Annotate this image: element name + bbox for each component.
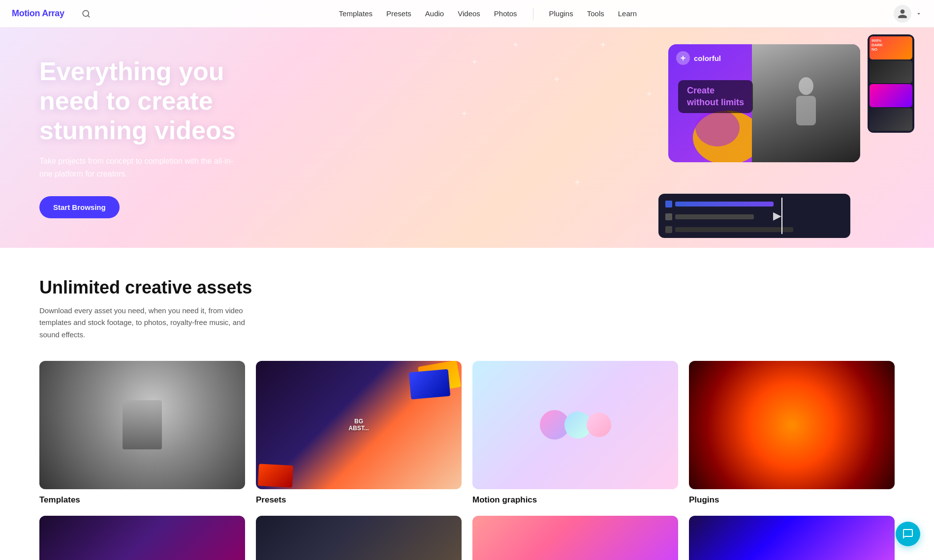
asset-card-label-motion-graphics: Motion graphics (472, 495, 678, 505)
nav-photos[interactable]: Photos (494, 9, 517, 18)
asset-card-img-b1 (39, 516, 245, 560)
chat-bubble-button[interactable] (896, 522, 920, 546)
section-title: Unlimited creative assets (39, 277, 895, 298)
asset-card-label-presets: Presets (256, 495, 462, 505)
search-icon[interactable] (78, 6, 94, 22)
hero-card-main: + colorful (668, 44, 860, 162)
panel-thumb-2 (870, 60, 912, 84)
brand-logo[interactable]: Motion Array (12, 8, 64, 19)
navbar: Motion Array Templates Presets Audio Vid… (0, 0, 934, 28)
asset-card-label-plugins: Plugins (689, 495, 895, 505)
asset-card-img-plugins (689, 361, 895, 489)
asset-card-b1[interactable] (39, 516, 245, 560)
asset-card-b2[interactable] (256, 516, 462, 560)
panel-thumb-1: 900%DARKNO (870, 36, 912, 59)
asset-grid: Templates BGABST... Presets (39, 361, 895, 505)
asset-card-img-presets: BGABST... (256, 361, 462, 489)
timeline-bar-1 (675, 202, 774, 206)
asset-card-motion-graphics[interactable]: Motion graphics (472, 361, 678, 505)
nav-right (894, 5, 922, 23)
hero-visual: + colorful (658, 34, 914, 238)
asset-card-b3[interactable] (472, 516, 678, 560)
nav-divider (533, 8, 533, 20)
unlimited-section: Unlimited creative assets Download every… (0, 248, 934, 560)
timeline-thumb-1 (665, 201, 672, 207)
timeline-bar-2 (675, 214, 754, 219)
chevron-down-icon (915, 10, 922, 17)
nav-presets[interactable]: Presets (386, 9, 411, 18)
nav-templates[interactable]: Templates (339, 9, 373, 18)
panel-thumb-3 (870, 84, 912, 107)
start-browsing-button[interactable]: Start Browsing (39, 196, 120, 218)
asset-card-presets[interactable]: BGABST... Presets (256, 361, 462, 505)
asset-card-img-b2 (256, 516, 462, 560)
hero-title: Everything you need to create stunning v… (39, 57, 246, 145)
nav-audio[interactable]: Audio (425, 9, 444, 18)
nav-links: Templates Presets Audio Videos Photos Pl… (339, 8, 637, 20)
hero-create-tag: Create without limits (678, 80, 753, 113)
nav-plugins[interactable]: Plugins (549, 9, 573, 18)
asset-card-label-templates: Templates (39, 495, 245, 505)
nav-videos[interactable]: Videos (458, 9, 480, 18)
asset-card-img-templates (39, 361, 245, 489)
hero-card-label: + colorful (676, 51, 721, 65)
asset-card-img-motion-graphics (472, 361, 678, 489)
nav-learn[interactable]: Learn (618, 9, 637, 18)
svg-point-3 (695, 109, 740, 147)
hero-panel-right: 900%DARKNO (868, 34, 914, 133)
svg-rect-5 (796, 96, 816, 125)
asset-card-plugins[interactable]: Plugins (689, 361, 895, 505)
timeline-thumb-2 (665, 213, 672, 220)
nav-tools[interactable]: Tools (587, 9, 604, 18)
timeline-play-icon: ▶ (773, 209, 781, 222)
asset-card-img-b3 (472, 516, 678, 560)
hero-card-video (752, 44, 860, 162)
section-description: Download every asset you need, when you … (39, 305, 266, 341)
hero-timeline: ▶ (658, 194, 850, 238)
panel-thumb-4 (870, 108, 912, 131)
hero-content: Everything you need to create stunning v… (0, 28, 285, 248)
asset-grid-bottom (39, 516, 895, 560)
user-account-icon[interactable] (894, 5, 911, 23)
asset-card-b4[interactable] (689, 516, 895, 560)
timeline-bar-3 (675, 227, 793, 232)
svg-line-1 (88, 15, 89, 17)
asset-card-templates[interactable]: Templates (39, 361, 245, 505)
hero-card-plus: + (676, 51, 690, 65)
timeline-thumb-3 (665, 226, 672, 233)
asset-card-img-b4 (689, 516, 895, 560)
hero-subtitle: Take projects from concept to completion… (39, 155, 246, 180)
hero-section: + + + + + + + + + + Everything you need … (0, 0, 934, 248)
svg-point-4 (799, 77, 813, 95)
